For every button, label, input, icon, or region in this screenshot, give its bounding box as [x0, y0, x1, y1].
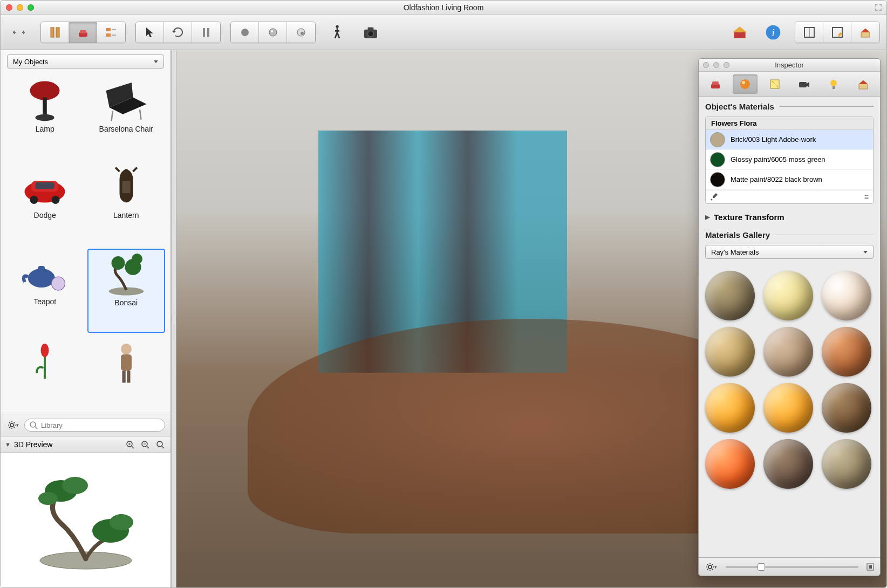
main-toolbar: i [1, 15, 886, 50]
tab-dimensions[interactable] [762, 74, 787, 94]
info-button[interactable]: i [761, 22, 785, 43]
view-split-button[interactable] [97, 22, 125, 43]
material-name: Matte paint/8022 black brown [731, 175, 822, 184]
object-item-dodge[interactable]: Dodge [6, 162, 84, 244]
sidebar-settings-button[interactable]: ▾ [6, 419, 20, 431]
disclosure-triangle-icon[interactable]: ▼ [5, 441, 11, 448]
zoom-in-button[interactable] [124, 439, 136, 450]
render-quality-button[interactable] [287, 22, 315, 43]
material-sphere[interactable] [763, 271, 813, 320]
layout-views-group [795, 22, 880, 43]
material-sphere[interactable] [822, 383, 871, 433]
elevation-view-button[interactable] [823, 22, 851, 43]
svg-point-45 [121, 344, 132, 354]
material-sphere[interactable] [822, 327, 871, 377]
materials-list: Flowers Flora Brick/003 Light Adobe-work… [705, 117, 874, 204]
material-sphere[interactable] [763, 383, 813, 433]
zoom-out-button[interactable] [139, 439, 151, 450]
inspector-titlebar[interactable]: Inspector [699, 59, 880, 72]
preview-title: 3D Preview [14, 440, 121, 449]
measure-tool[interactable] [192, 22, 220, 43]
material-sphere[interactable] [763, 327, 813, 377]
material-sphere[interactable] [705, 271, 755, 320]
floorplan-view-button[interactable] [795, 22, 823, 43]
edit-tools-group [135, 22, 221, 43]
material-sphere[interactable] [822, 271, 871, 320]
svg-point-70 [740, 79, 750, 89]
material-sphere[interactable] [705, 439, 755, 489]
object-label: Dodge [34, 211, 56, 220]
object-item-teapot[interactable]: Teapot [6, 249, 84, 333]
tab-building[interactable] [851, 74, 876, 94]
nav-back-forward[interactable] [7, 24, 31, 40]
render-sphere-button[interactable] [259, 22, 287, 43]
preview-viewport[interactable] [1, 453, 170, 587]
view-mode-group [40, 22, 126, 43]
select-tool[interactable] [136, 22, 164, 43]
record-button[interactable] [231, 22, 259, 43]
svg-rect-1 [56, 28, 59, 37]
material-sphere[interactable] [763, 439, 813, 489]
object-item-tulip[interactable] [6, 337, 84, 411]
svg-text:i: i [772, 26, 774, 38]
materials-section-header: Object's Materials [705, 102, 874, 111]
rotate-tool[interactable] [164, 22, 192, 43]
tab-object[interactable] [703, 74, 728, 94]
svg-point-10 [241, 29, 249, 36]
minimize-window-button[interactable] [17, 4, 23, 11]
thumbnail-large-icon [866, 563, 875, 571]
thumbnail-size-slider[interactable] [726, 566, 858, 568]
material-row[interactable]: Matte paint/8022 black brown [706, 170, 873, 190]
zoom-window-button[interactable] [28, 4, 34, 11]
fullscreen-icon[interactable] [875, 4, 882, 11]
tab-camera[interactable] [792, 74, 816, 94]
object-item-lamp[interactable]: Lamp [6, 76, 84, 158]
gallery-category-dropdown[interactable]: Ray's Materials [705, 245, 874, 259]
slider-thumb[interactable] [758, 563, 765, 571]
svg-point-50 [30, 422, 36, 427]
material-row[interactable]: Glossy paint/6005 moss green [706, 150, 873, 170]
object-item-chair[interactable]: Barselona Chair [87, 76, 166, 158]
svg-point-17 [368, 31, 374, 37]
dropdown-label: Ray's Materials [711, 248, 759, 256]
object-item-person[interactable] [87, 337, 166, 411]
view-3d-button[interactable] [69, 22, 97, 43]
svg-rect-37 [38, 266, 45, 271]
snapshot-button[interactable] [359, 22, 383, 43]
material-sphere[interactable] [822, 439, 871, 489]
inspector-close-button[interactable] [703, 62, 709, 68]
object-item-lantern[interactable]: Lantern [87, 162, 166, 244]
view-2d-button[interactable] [41, 22, 69, 43]
inspector-panel: Inspector Object's Materials Flowers Flo… [698, 58, 881, 576]
search-input[interactable] [41, 421, 160, 429]
inspector-minimize-button[interactable] [713, 62, 719, 68]
sidebar-splitter[interactable]: ⋮⋮ [171, 50, 176, 587]
material-sphere[interactable] [705, 383, 755, 433]
object-category-dropdown[interactable]: My Objects [7, 54, 164, 69]
material-swatch [710, 172, 725, 187]
svg-rect-9 [207, 28, 209, 37]
walkthrough-button[interactable] [325, 22, 349, 43]
list-options-icon[interactable]: ≡ [864, 193, 869, 201]
tab-materials[interactable] [733, 74, 758, 94]
library-search-field[interactable] [24, 419, 165, 432]
warehouse-button[interactable] [728, 22, 752, 43]
zoom-fit-button[interactable] [154, 439, 166, 450]
svg-point-66 [110, 514, 133, 530]
home-view-button[interactable] [851, 22, 879, 43]
object-item-bonsai[interactable]: Bonsai [87, 249, 166, 333]
eyedropper-icon[interactable] [710, 193, 719, 201]
svg-rect-24 [833, 28, 842, 37]
svg-line-53 [132, 446, 134, 448]
tab-lighting[interactable] [821, 74, 846, 94]
svg-rect-75 [833, 86, 835, 89]
svg-point-74 [830, 80, 837, 86]
material-sphere[interactable] [705, 327, 755, 377]
close-window-button[interactable] [6, 4, 12, 11]
svg-point-49 [10, 423, 13, 427]
material-swatch [710, 152, 725, 167]
texture-transform-disclosure[interactable]: ▶ Texture Transform [705, 209, 874, 225]
inspector-zoom-button[interactable] [724, 62, 729, 68]
gallery-settings-button[interactable]: ▾ [704, 561, 718, 573]
material-row[interactable]: Brick/003 Light Adobe-work [706, 130, 873, 150]
